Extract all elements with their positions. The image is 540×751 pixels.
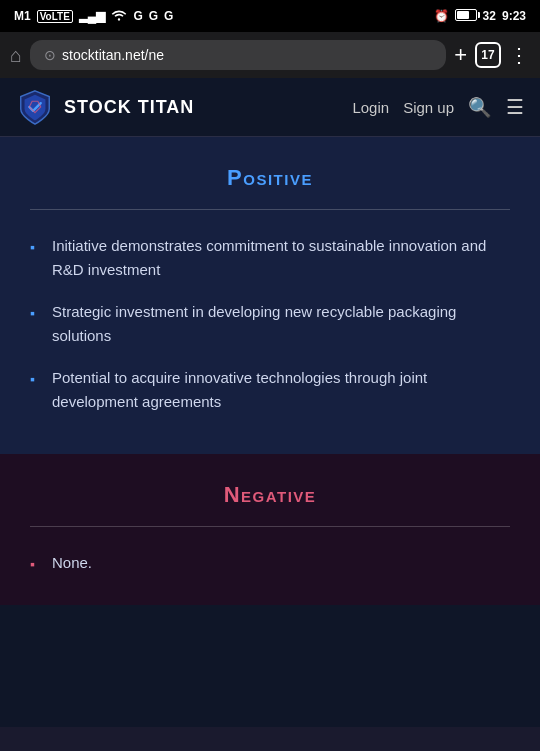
list-item: Strategic investment in developing new r…: [30, 300, 510, 348]
url-text: stocktitan.net/ne: [62, 47, 432, 63]
navbar: STOCK TITAN Login Sign up 🔍 ☰: [0, 78, 540, 137]
network-g2: G: [149, 9, 158, 23]
home-icon[interactable]: ⌂: [10, 44, 22, 67]
logo-text: STOCK TITAN: [64, 97, 342, 118]
address-bar[interactable]: ⊙ stocktitan.net/ne: [30, 40, 446, 70]
alarm-icon: ⏰: [434, 9, 449, 23]
hamburger-menu-icon[interactable]: ☰: [506, 95, 524, 119]
positive-divider: [30, 209, 510, 210]
battery-percent: 32: [483, 9, 496, 23]
signal-icon: ▂▄▆: [79, 9, 106, 23]
negative-divider: [30, 526, 510, 527]
status-right: ⏰ 32 9:23: [434, 9, 526, 24]
status-left: M1 VoLTE ▂▄▆ G G G: [14, 9, 173, 24]
positive-section: Positive Initiative demonstrates commitm…: [0, 137, 540, 454]
status-bar: M1 VoLTE ▂▄▆ G G G ⏰ 32 9:23: [0, 0, 540, 32]
carrier-label: M1: [14, 9, 31, 23]
wifi-icon: [111, 9, 127, 24]
positive-title: Positive: [30, 165, 510, 191]
battery-indicator: [455, 9, 477, 24]
login-link[interactable]: Login: [352, 99, 389, 116]
list-item: Potential to acquire innovative technolo…: [30, 366, 510, 414]
network-g1: G: [133, 9, 142, 23]
negative-section: Negative None.: [0, 454, 540, 605]
browser-chrome: ⌂ ⊙ stocktitan.net/ne + 17 ⋮: [0, 32, 540, 78]
network-g3: G: [164, 9, 173, 23]
browser-menu-button[interactable]: ⋮: [509, 43, 530, 67]
positive-bullet-list: Initiative demonstrates commitment to su…: [30, 234, 510, 414]
list-item: Initiative demonstrates commitment to su…: [30, 234, 510, 282]
list-item: None.: [30, 551, 510, 575]
negative-title: Negative: [30, 482, 510, 508]
site-security-icon: ⊙: [44, 47, 56, 63]
time-display: 9:23: [502, 9, 526, 23]
tab-count-button[interactable]: 17: [475, 42, 501, 68]
logo-shield-icon: [16, 88, 54, 126]
nav-links: Login Sign up 🔍 ☰: [352, 95, 524, 119]
new-tab-button[interactable]: +: [454, 42, 467, 68]
page-content: Positive Initiative demonstrates commitm…: [0, 137, 540, 727]
search-icon[interactable]: 🔍: [468, 96, 492, 119]
negative-bullet-list: None.: [30, 551, 510, 575]
volte-label: VoLTE: [37, 10, 73, 23]
signup-link[interactable]: Sign up: [403, 99, 454, 116]
